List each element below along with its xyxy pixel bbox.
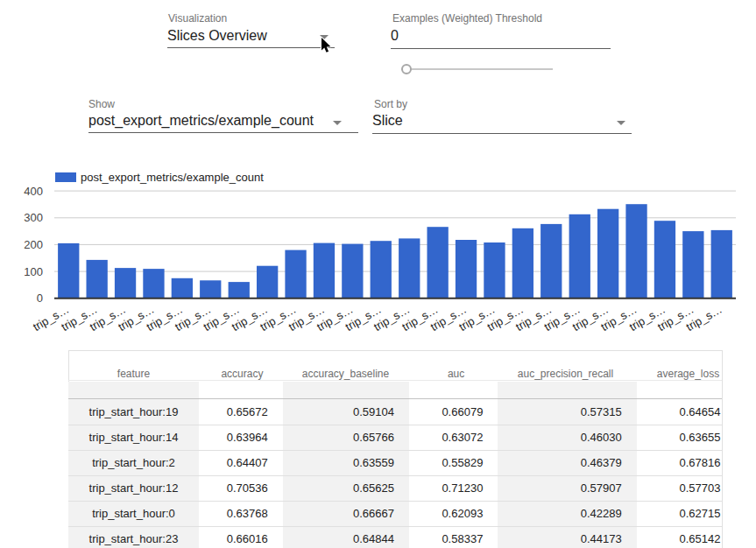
svg-text:0: 0 — [37, 292, 43, 305]
svg-text:post_export_metrics/example_co: post_export_metrics/example_count — [81, 171, 264, 184]
svg-text:400: 400 — [24, 185, 43, 198]
svg-text:300: 300 — [24, 211, 43, 224]
svg-text:200: 200 — [24, 238, 43, 251]
svg-text:100: 100 — [24, 265, 43, 278]
